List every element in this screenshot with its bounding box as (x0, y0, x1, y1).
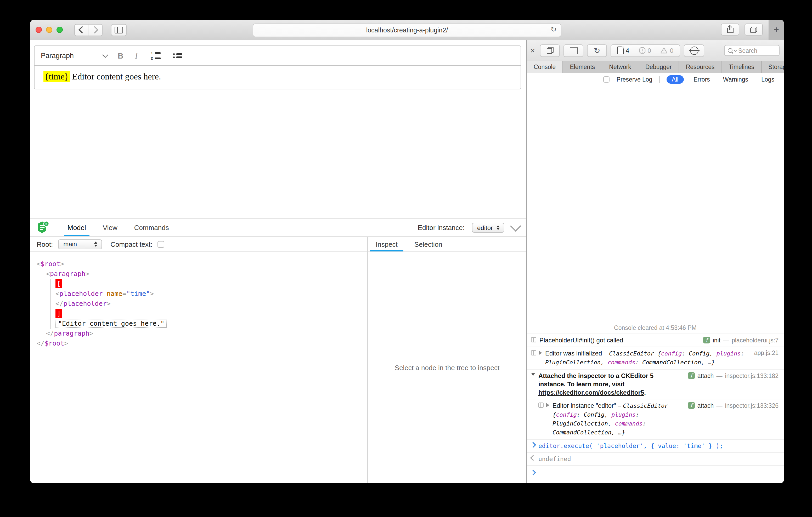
share-icon (727, 26, 733, 33)
placeholder-widget[interactable]: {time} (44, 71, 70, 82)
console-cleared-note: Console cleared at 4:53:46 PM (527, 322, 784, 334)
model-tree-node[interactable]: <paragraph> (30, 269, 367, 279)
filter-warnings[interactable]: Warnings (720, 75, 751, 84)
tree-token: < (55, 290, 59, 298)
error-count: 0 (639, 47, 651, 54)
heading-dropdown[interactable]: Paragraph (41, 52, 107, 60)
bulleted-list-button[interactable] (172, 53, 184, 58)
source-file-link[interactable]: placeholderui.js:7 (732, 337, 779, 343)
console-result-row: undefined (527, 452, 784, 465)
source-file-link[interactable]: inspector.js:133:326 (725, 402, 779, 408)
dash: — (716, 372, 722, 379)
disclosure-triangle-icon[interactable] (531, 373, 535, 376)
sidebar-icon (115, 26, 123, 33)
collapse-inspector-icon[interactable] (510, 221, 521, 232)
reload-icon[interactable]: ↻ (551, 25, 557, 33)
tab-storage[interactable]: Storage (761, 61, 784, 73)
close-inspector-button[interactable]: × (529, 46, 536, 55)
console-filter-bar: Preserve Log AllErrorsWarningsLogs (527, 73, 784, 86)
back-button[interactable] (74, 24, 88, 36)
editor-editable-area[interactable]: {time} Editor content goes here. (34, 66, 521, 89)
disclosure-triangle-icon[interactable] (546, 403, 549, 407)
inspect-empty-message: Select a node in the tree to inspect (395, 364, 499, 371)
function-badge-icon: f (703, 337, 710, 343)
ck-tab-inspect[interactable]: Inspect (374, 237, 399, 251)
message-segment: PlaceholderUI#init() got called (540, 337, 623, 344)
sidebar-button[interactable] (111, 24, 126, 36)
message-segment: Editor was initialized (545, 350, 602, 357)
error-octagon-icon (639, 47, 645, 54)
tree-token: > (86, 270, 89, 278)
numbered-list-button[interactable]: 1 2 (149, 51, 162, 60)
close-window-button[interactable] (36, 27, 42, 33)
minimize-window-button[interactable] (46, 27, 52, 33)
reload-page-button[interactable]: ↻ (587, 44, 607, 57)
dock-bottom-button[interactable] (563, 44, 583, 57)
detach-inspector-button[interactable] (540, 44, 560, 57)
ck-tab-view[interactable]: View (101, 219, 119, 236)
ck-tab-selection[interactable]: Selection (413, 237, 444, 251)
ck-tab-model[interactable]: Model (66, 219, 88, 236)
source-file-link[interactable]: app.js:21 (754, 350, 779, 356)
console-source-location: fattach—inspector.js:133:326 (688, 401, 779, 409)
editor-instance-select[interactable]: editor (472, 223, 504, 233)
ckeditor-docs-link[interactable]: https://ckeditor.com/docs/ckeditor5 (539, 389, 644, 396)
tree-token: paragraph (54, 329, 89, 337)
source-file-link[interactable]: inspector.js:133:182 (725, 372, 779, 379)
editor-text: Editor content goes here. (70, 71, 161, 82)
console-log-row[interactable]: PlaceholderUI#init() got calledfinit—pla… (527, 334, 784, 346)
model-tree-node[interactable]: </paragraph> (30, 328, 367, 338)
tab-timelines[interactable]: Timelines (722, 61, 762, 73)
model-tree-node[interactable]: <$root> (30, 259, 367, 269)
model-tree-node[interactable]: <placeholder name="time"> (30, 288, 367, 299)
console-log-row[interactable]: Attached the inspector to a CKEditor 5 i… (527, 369, 784, 399)
zoom-window-button[interactable] (57, 27, 63, 33)
tree-token: < (46, 270, 50, 278)
filter-all[interactable]: All (667, 75, 684, 84)
console-prompt[interactable] (527, 465, 784, 483)
filter-errors[interactable]: Errors (690, 75, 713, 84)
console-source-location: app.js:21 (754, 349, 779, 356)
tab-elements[interactable]: Elements (563, 61, 602, 73)
model-tree-node[interactable]: "Editor content goes here." (30, 318, 367, 328)
model-tree-node[interactable]: [ (30, 279, 367, 288)
model-tree-node[interactable]: ] (30, 308, 367, 318)
console-row-icons (531, 455, 535, 460)
chevron-down-icon (102, 52, 108, 58)
element-picker-button[interactable] (684, 44, 704, 57)
tab-resources[interactable]: Resources (679, 61, 722, 73)
disclosure-triangle-icon[interactable] (539, 351, 542, 355)
preserve-log-checkbox[interactable] (604, 76, 610, 83)
preserve-log-label: Preserve Log (616, 76, 652, 83)
activity-summary-button[interactable]: 4 0 0 (611, 44, 680, 57)
root-select[interactable]: main (58, 239, 102, 249)
tab-overview-button[interactable] (745, 24, 763, 35)
italic-button[interactable]: I (133, 51, 140, 60)
url-text: localhost/creating-a-plugin2/ (366, 27, 448, 34)
address-bar[interactable]: localhost/creating-a-plugin2/ ↻ (253, 24, 561, 37)
message-segment: config (556, 412, 577, 418)
dock-split-icon (570, 47, 577, 54)
model-tree-node[interactable]: </placeholder> (30, 299, 367, 308)
filter-logs[interactable]: Logs (758, 75, 778, 84)
compact-text-checkbox[interactable] (158, 241, 165, 247)
inspector-search-field[interactable]: Search (724, 45, 780, 56)
console-log-row[interactable]: Editor instance "editor" – ClassicEditor… (527, 399, 784, 439)
console-log-row[interactable]: Editor was initialized – ClassicEditor {… (527, 346, 784, 369)
tree-token: paragraph (50, 270, 85, 278)
bold-button[interactable]: B (118, 51, 123, 60)
forward-button[interactable] (88, 24, 103, 36)
console-output: Console cleared at 4:53:46 PMPlaceholder… (527, 86, 784, 483)
console-message-text: Attached the inspector to a CKEditor 5 i… (539, 372, 682, 397)
model-tree-node[interactable]: </$root> (30, 338, 367, 348)
select-stepper-icon (92, 242, 102, 247)
message-segment: commands (607, 359, 635, 366)
ck-tab-commands[interactable]: Commands (133, 219, 171, 236)
screenshot-stage: localhost/creating-a-plugin2/ ↻ + (0, 0, 812, 517)
tab-network[interactable]: Network (602, 61, 638, 73)
tab-debugger[interactable]: Debugger (639, 61, 679, 73)
new-tab-button[interactable]: + (768, 20, 784, 40)
share-button[interactable] (721, 24, 739, 35)
prompt-chevron-icon (530, 470, 536, 476)
tab-console[interactable]: Console (527, 61, 563, 73)
